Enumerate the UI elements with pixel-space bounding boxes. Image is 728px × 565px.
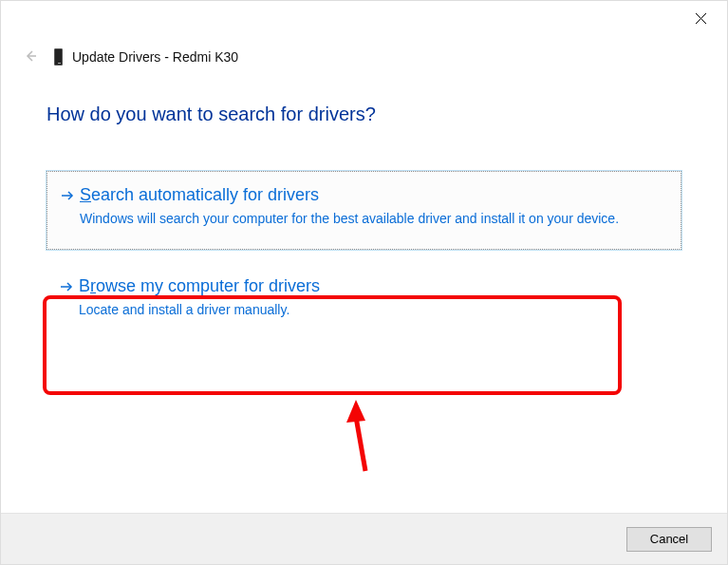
option-description: Locate and install a driver manually. xyxy=(79,301,668,319)
close-icon xyxy=(695,12,707,25)
back-arrow-icon xyxy=(24,49,37,63)
svg-marker-6 xyxy=(346,400,365,423)
option-title: Browse my computer for drivers xyxy=(79,276,668,296)
option-browse-manual[interactable]: Browse my computer for drivers Locate an… xyxy=(47,263,681,340)
option-title: Search automatically for drivers xyxy=(80,185,667,205)
close-button[interactable] xyxy=(695,12,710,28)
svg-line-5 xyxy=(356,417,365,471)
back-button xyxy=(24,49,39,65)
page-heading: How do you want to search for drivers? xyxy=(47,104,681,125)
arrow-right-icon xyxy=(61,189,74,202)
cancel-button[interactable]: Cancel xyxy=(626,527,712,552)
option-search-automatic[interactable]: Search automatically for drivers Windows… xyxy=(47,171,681,250)
wizard-header: Update Drivers - Redmi K30 xyxy=(24,48,238,66)
arrow-right-icon xyxy=(60,280,73,293)
device-icon xyxy=(54,48,63,66)
annotation-arrow-icon xyxy=(343,400,381,476)
option-description: Windows will search your computer for th… xyxy=(80,210,667,228)
wizard-title: Update Drivers - Redmi K30 xyxy=(72,49,238,65)
wizard-footer: Cancel xyxy=(1,513,727,564)
wizard-content: How do you want to search for drivers? S… xyxy=(47,104,681,353)
